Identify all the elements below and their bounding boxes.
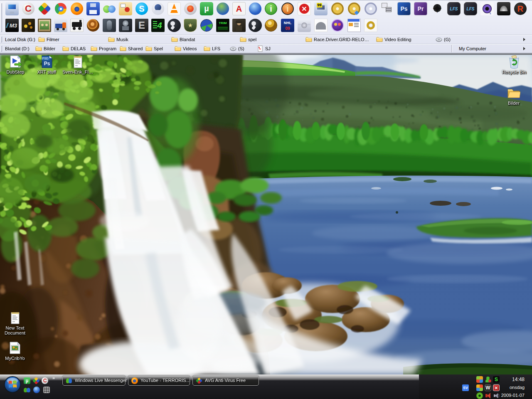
svg-text:Ps: Ps (44, 61, 50, 66)
svg-text:PSD: PSD (42, 57, 48, 60)
